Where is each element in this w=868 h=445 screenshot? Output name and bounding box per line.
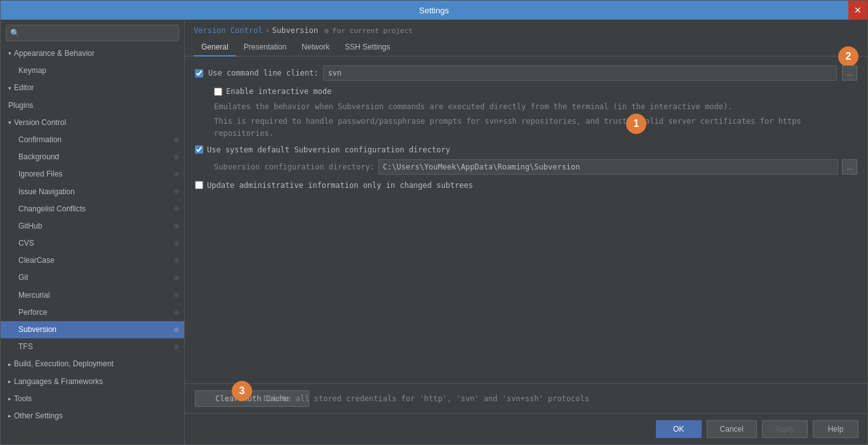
breadcrumb: Version Control › Subversion ⚙ For curre… [185, 20, 867, 39]
expand-triangle-build: ▸ [8, 360, 11, 369]
use-system-default-checkbox[interactable] [195, 145, 203, 154]
sidebar-item-label-background: Background [18, 151, 59, 163]
sidebar-item-label-perforce: Perforce [18, 307, 47, 319]
sidebar-item-other-settings[interactable]: ▸Other Settings [1, 408, 184, 425]
sidebar-item-languages[interactable]: ▸Languages & Frameworks [1, 373, 184, 390]
sidebar-item-label-changelist-conflicts: Changelist Conflicts [18, 203, 86, 215]
sidebar-item-label-tfs: TFS [18, 341, 33, 353]
sidebar-item-issue-navigation[interactable]: Issue Navigation⊕ [1, 183, 184, 201]
badge-3: 3 [232, 381, 252, 401]
sidebar-item-version-control[interactable]: ▾Version Control [1, 114, 184, 131]
sidebar-item-confirmation[interactable]: Confirmation⊕ [1, 131, 184, 149]
search-box: 🔍 [6, 25, 179, 41]
sidebar: 🔍 ▾Appearance & BehaviorKeymap▾EditorPlu… [1, 20, 185, 444]
copy-icon-background: ⊕ [173, 152, 179, 163]
sidebar-item-background[interactable]: Background⊕ [1, 149, 184, 166]
cmd-client-ellipsis-button[interactable]: ... [842, 65, 857, 81]
cmd-client-row: Use command line client: ... [195, 65, 857, 81]
sidebar-item-label-mercurial: Mercurial [18, 289, 50, 302]
breadcrumb-link[interactable]: Version Control [194, 26, 262, 35]
ok-button[interactable]: OK [656, 420, 702, 438]
tab-presentation[interactable]: Presentation [236, 39, 294, 56]
sidebar-item-label-version-control: Version Control [14, 117, 66, 129]
use-cmd-client-checkbox[interactable] [195, 69, 203, 77]
sidebar-item-plugins[interactable]: Plugins [1, 97, 184, 114]
sidebar-item-label-build: Build, Execution, Deployment [14, 358, 114, 370]
copy-icon-confirmation: ⊕ [173, 135, 179, 146]
sidebar-item-build[interactable]: ▸Build, Execution, Deployment [1, 355, 184, 373]
tab-ssh-settings[interactable]: SSH Settings [337, 39, 397, 56]
update-admin-row: Update administrative information only i… [195, 181, 857, 190]
sidebar-items-container: ▾Appearance & BehaviorKeymap▾EditorPlugi… [1, 45, 184, 425]
search-icon: 🔍 [10, 29, 20, 37]
use-system-default-row: Use system default Subversion configurat… [195, 145, 857, 154]
sidebar-item-github[interactable]: GitHub⊕ [1, 218, 184, 235]
sidebar-item-label-languages: Languages & Frameworks [14, 376, 103, 388]
config-dir-label: Subversion configuration directory: [214, 163, 375, 171]
enable-interactive-checkbox[interactable] [214, 88, 222, 96]
sidebar-item-ignored-files[interactable]: Ignored Files⊕ [1, 166, 184, 183]
right-panel: Version Control › Subversion ⚙ For curre… [185, 20, 867, 413]
tab-network[interactable]: Network [294, 39, 337, 56]
window-title: Settings [419, 6, 449, 15]
copy-icon-ignored-files: ⊕ [173, 169, 179, 180]
sidebar-item-label-other-settings: Other Settings [14, 410, 63, 422]
tabs-container: GeneralPresentationNetworkSSH Settings [185, 39, 867, 56]
sidebar-item-label-cvs: CVS [18, 237, 34, 249]
expand-triangle-languages: ▸ [8, 377, 11, 386]
config-dir-input[interactable] [378, 159, 838, 175]
close-button[interactable]: ✕ [848, 1, 867, 20]
sidebar-item-perforce[interactable]: Perforce⊕ [1, 304, 184, 321]
sidebar-item-appearance[interactable]: ▾Appearance & Behavior [1, 45, 184, 62]
sidebar-item-label-issue-navigation: Issue Navigation [18, 186, 75, 198]
expand-triangle-version-control: ▾ [8, 118, 11, 127]
apply-button[interactable]: Apply [762, 420, 808, 438]
sidebar-item-mercurial[interactable]: Mercurial⊕ [1, 287, 184, 304]
sidebar-item-label-tools: Tools [14, 393, 32, 405]
copy-icon-cvs: ⊕ [173, 238, 179, 249]
copy-icon-tfs: ⊕ [173, 342, 179, 353]
copy-icon-subversion: ⊕ [173, 324, 179, 336]
bottom-section: Clear Auth Cache 3 Delete all stored cre… [185, 383, 867, 413]
sidebar-item-label-git: Git [18, 272, 28, 284]
copy-icon-clearcase: ⊕ [173, 255, 179, 267]
title-bar: Settings ✕ [1, 1, 867, 20]
panel-body: 1 Use command line client: ... Enable in… [185, 56, 867, 383]
update-admin-checkbox[interactable] [195, 181, 203, 189]
expand-triangle-tools: ▸ [8, 394, 11, 403]
tab-general[interactable]: General [194, 39, 236, 56]
footer: OK Cancel Apply Help [185, 413, 867, 444]
sidebar-item-tools[interactable]: ▸Tools [1, 390, 184, 408]
sidebar-item-cvs[interactable]: CVS⊕ [1, 235, 184, 252]
sidebar-item-editor[interactable]: ▾Editor [1, 79, 184, 96]
sidebar-item-label-editor: Editor [14, 82, 34, 94]
sidebar-item-clearcase[interactable]: ClearCase⊕ [1, 252, 184, 269]
interactive-desc: Emulates the behavior when Subversion co… [195, 101, 857, 140]
for-project-label: ⚙ For current project [324, 27, 413, 35]
enable-interactive-row: Enable interactive mode [195, 87, 857, 96]
help-button[interactable]: Help [813, 420, 858, 438]
bottom-desc: Delete all stored credentials for 'http'… [264, 394, 589, 403]
sidebar-item-git[interactable]: Git⊕ [1, 269, 184, 286]
sidebar-item-tfs[interactable]: TFS⊕ [1, 338, 184, 355]
config-dir-row: Subversion configuration directory: ... [195, 159, 857, 175]
sidebar-item-keymap[interactable]: Keymap [1, 62, 184, 79]
use-system-default-label: Use system default Subversion configurat… [207, 145, 450, 154]
breadcrumb-sep: › [265, 26, 269, 35]
sidebar-item-changelist-conflicts[interactable]: Changelist Conflicts⊕ [1, 201, 184, 218]
cmd-client-input[interactable] [323, 65, 837, 81]
update-admin-label: Update administrative information only i… [207, 181, 473, 190]
sidebar-item-label-confirmation: Confirmation [18, 134, 62, 146]
cancel-button[interactable]: Cancel [707, 420, 757, 438]
breadcrumb-current: Subversion [272, 26, 318, 35]
settings-window: Settings ✕ 🔍 ▾Appearance & BehaviorKeyma… [0, 0, 868, 445]
sidebar-item-label-subversion: Subversion [18, 324, 57, 336]
right-panel-wrapper: Version Control › Subversion ⚙ For curre… [185, 20, 867, 444]
config-dir-ellipsis-button[interactable]: ... [842, 159, 857, 175]
search-input[interactable] [22, 29, 175, 37]
copy-icon-changelist-conflicts: ⊕ [173, 203, 179, 215]
copy-icon-mercurial: ⊕ [173, 289, 179, 301]
copy-icon-github: ⊕ [173, 221, 179, 232]
sidebar-item-subversion[interactable]: Subversion⊕ [1, 321, 184, 338]
sidebar-item-label-keymap: Keymap [18, 65, 46, 77]
